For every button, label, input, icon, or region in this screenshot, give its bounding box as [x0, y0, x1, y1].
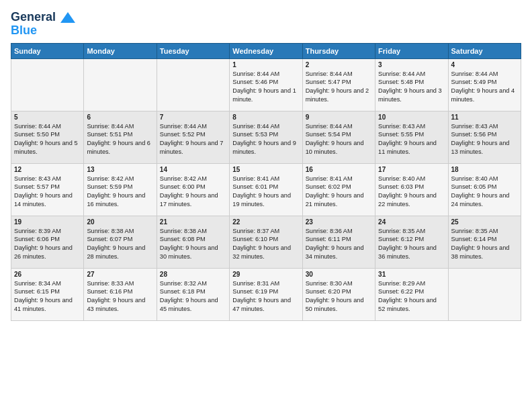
calendar-cell: 8Sunrise: 8:44 AMSunset: 5:53 PMDaylight… — [230, 111, 302, 163]
cell-line: Sunset: 5:57 PM — [14, 183, 81, 191]
cell-line: Daylight: 9 hours and 1 minute. — [232, 87, 299, 104]
calendar-cell: 9Sunrise: 8:44 AMSunset: 5:54 PMDaylight… — [302, 111, 375, 163]
cell-line: Sunrise: 8:38 AM — [160, 227, 226, 236]
cell-line: Sunrise: 8:36 AM — [306, 227, 372, 236]
cell-line: Sunset: 5:56 PM — [451, 130, 518, 139]
cell-content: Sunrise: 8:44 AMSunset: 5:49 PMDaylight:… — [451, 70, 518, 105]
cell-line: Sunset: 6:20 PM — [306, 287, 372, 296]
cell-line: Daylight: 9 hours and 19 minutes. — [232, 191, 299, 209]
col-header-saturday: Saturday — [448, 43, 521, 58]
day-number: 29 — [232, 271, 299, 278]
col-header-sunday: Sunday — [11, 43, 84, 58]
cell-line: Sunrise: 8:35 AM — [451, 227, 518, 236]
cell-line: Sunrise: 8:41 AM — [306, 175, 372, 183]
day-number: 6 — [87, 113, 153, 121]
cell-line: Daylight: 9 hours and 21 minutes. — [306, 191, 372, 209]
day-number: 8 — [232, 113, 299, 121]
cell-content: Sunrise: 8:36 AMSunset: 6:11 PMDaylight:… — [306, 227, 372, 262]
cell-line: Sunrise: 8:43 AM — [378, 122, 445, 131]
cell-content: Sunrise: 8:44 AMSunset: 5:47 PMDaylight:… — [306, 70, 372, 105]
day-number: 5 — [14, 113, 81, 121]
cell-content: Sunrise: 8:39 AMSunset: 6:06 PMDaylight:… — [14, 227, 81, 262]
day-number: 30 — [306, 271, 372, 278]
cell-line: Sunrise: 8:30 AM — [306, 279, 372, 288]
cell-line: Sunrise: 8:31 AM — [232, 279, 299, 288]
logo-general: General — [11, 11, 75, 24]
cell-line: Sunrise: 8:43 AM — [451, 122, 518, 131]
cell-line: Daylight: 9 hours and 52 minutes. — [378, 296, 445, 314]
cell-line: Sunrise: 8:29 AM — [378, 279, 445, 288]
day-number: 27 — [87, 271, 153, 278]
day-number: 13 — [87, 166, 153, 173]
calendar-cell: 19Sunrise: 8:39 AMSunset: 6:06 PMDayligh… — [11, 216, 84, 268]
cell-line: Sunset: 5:46 PM — [232, 78, 299, 87]
day-number: 22 — [232, 218, 299, 226]
cell-line: Sunrise: 8:42 AM — [87, 175, 153, 183]
cell-line: Sunset: 5:54 PM — [306, 130, 372, 139]
cell-content: Sunrise: 8:44 AMSunset: 5:53 PMDaylight:… — [232, 122, 299, 157]
cell-line: Daylight: 9 hours and 28 minutes. — [87, 244, 153, 261]
day-number: 4 — [451, 61, 518, 68]
calendar-cell: 5Sunrise: 8:44 AMSunset: 5:50 PMDaylight… — [11, 111, 84, 163]
day-number: 2 — [306, 61, 372, 68]
cell-content: Sunrise: 8:35 AMSunset: 6:12 PMDaylight:… — [378, 227, 445, 262]
cell-content: Sunrise: 8:31 AMSunset: 6:19 PMDaylight:… — [232, 279, 299, 314]
cell-content: Sunrise: 8:41 AMSunset: 6:01 PMDaylight:… — [232, 175, 299, 210]
cell-line: Sunset: 6:06 PM — [14, 235, 81, 244]
calendar-cell: 1Sunrise: 8:44 AMSunset: 5:46 PMDaylight… — [230, 58, 302, 111]
cell-line: Sunrise: 8:39 AM — [14, 227, 81, 236]
day-number: 31 — [378, 271, 445, 278]
cell-line: Sunrise: 8:40 AM — [378, 175, 445, 183]
cell-content: Sunrise: 8:42 AMSunset: 5:59 PMDaylight:… — [87, 175, 153, 210]
cell-line: Sunrise: 8:33 AM — [87, 279, 153, 288]
cell-content: Sunrise: 8:44 AMSunset: 5:52 PMDaylight:… — [160, 122, 226, 157]
cell-line: Sunset: 5:55 PM — [378, 130, 445, 139]
cell-content: Sunrise: 8:37 AMSunset: 6:10 PMDaylight:… — [232, 227, 299, 262]
cell-line: Daylight: 9 hours and 13 minutes. — [451, 139, 518, 156]
cell-line: Sunrise: 8:38 AM — [87, 227, 153, 236]
cell-line: Sunrise: 8:37 AM — [232, 227, 299, 236]
cell-line: Sunset: 6:07 PM — [87, 235, 153, 244]
calendar-cell — [448, 268, 521, 320]
day-number: 21 — [160, 218, 226, 226]
cell-content: Sunrise: 8:42 AMSunset: 6:00 PMDaylight:… — [160, 175, 226, 210]
cell-content: Sunrise: 8:38 AMSunset: 6:08 PMDaylight:… — [160, 227, 226, 262]
cell-line: Sunset: 6:03 PM — [378, 183, 445, 191]
cell-line: Daylight: 9 hours and 6 minutes. — [87, 139, 153, 156]
calendar-table: SundayMondayTuesdayWednesdayThursdayFrid… — [11, 43, 521, 321]
cell-line: Sunrise: 8:44 AM — [87, 122, 153, 131]
col-header-tuesday: Tuesday — [157, 43, 229, 58]
cell-content: Sunrise: 8:41 AMSunset: 6:02 PMDaylight:… — [306, 175, 372, 210]
cell-line: Daylight: 9 hours and 16 minutes. — [87, 191, 153, 209]
cell-line: Sunrise: 8:44 AM — [232, 70, 299, 79]
cell-line: Sunset: 5:51 PM — [87, 130, 153, 139]
day-number: 26 — [14, 271, 81, 278]
calendar-header: SundayMondayTuesdayWednesdayThursdayFrid… — [11, 43, 521, 58]
calendar-body: 1Sunrise: 8:44 AMSunset: 5:46 PMDaylight… — [11, 58, 521, 320]
calendar-cell: 21Sunrise: 8:38 AMSunset: 6:08 PMDayligh… — [157, 216, 229, 268]
cell-content: Sunrise: 8:40 AMSunset: 6:03 PMDaylight:… — [378, 175, 445, 210]
day-number: 3 — [378, 61, 445, 68]
day-number: 7 — [160, 113, 226, 121]
cell-content: Sunrise: 8:44 AMSunset: 5:54 PMDaylight:… — [306, 122, 372, 157]
cell-line: Daylight: 9 hours and 38 minutes. — [451, 244, 518, 261]
cell-line: Sunrise: 8:44 AM — [306, 70, 372, 79]
calendar-cell: 12Sunrise: 8:43 AMSunset: 5:57 PMDayligh… — [11, 163, 84, 216]
day-number: 14 — [160, 166, 226, 173]
cell-line: Sunrise: 8:44 AM — [451, 70, 518, 79]
day-number: 20 — [87, 218, 153, 226]
cell-line: Sunrise: 8:44 AM — [14, 122, 81, 131]
col-header-wednesday: Wednesday — [230, 43, 302, 58]
cell-line: Sunrise: 8:34 AM — [14, 279, 81, 288]
cell-line: Daylight: 9 hours and 50 minutes. — [306, 296, 372, 314]
page: General Blue SundayMondayTuesdayWednesda… — [0, 0, 532, 411]
cell-line: Sunrise: 8:32 AM — [160, 279, 226, 288]
cell-line: Sunset: 6:05 PM — [451, 183, 518, 191]
cell-line: Sunrise: 8:40 AM — [451, 175, 518, 183]
cell-line: Sunset: 6:19 PM — [232, 287, 299, 296]
col-header-friday: Friday — [375, 43, 448, 58]
cell-line: Sunset: 6:00 PM — [160, 183, 226, 191]
col-header-thursday: Thursday — [302, 43, 375, 58]
cell-line: Sunset: 6:16 PM — [87, 287, 153, 296]
cell-line: Daylight: 9 hours and 36 minutes. — [378, 244, 445, 261]
